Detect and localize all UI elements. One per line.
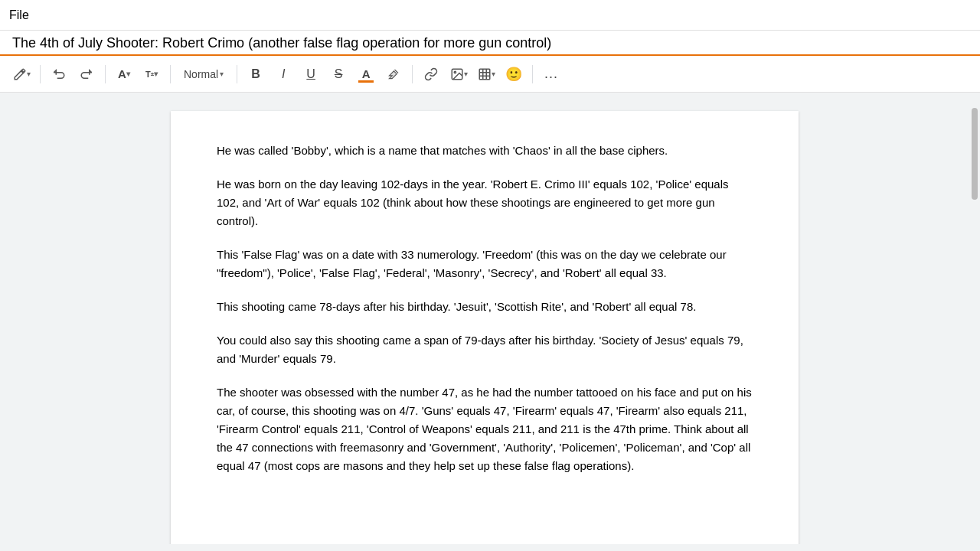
doc-title-bar: The 4th of July Shooter: Robert Crimo (a… [0, 31, 980, 56]
doc-paragraph: You could also say this shooting came a … [217, 331, 753, 368]
svg-rect-3 [479, 69, 490, 80]
main-area: He was called 'Bobby', which is a name t… [0, 93, 980, 544]
link-button[interactable] [419, 62, 443, 86]
svg-point-2 [454, 71, 456, 73]
doc-paragraph: The shooter was obsessed with the number… [217, 383, 753, 475]
scrollbar-track[interactable] [969, 93, 980, 544]
doc-paragraph: This 'False Flag' was on a date with 33 … [217, 246, 753, 282]
divider-5 [412, 65, 413, 83]
font-size-icon: T [145, 70, 151, 79]
style-label: Normal [184, 68, 218, 80]
divider-6 [532, 65, 533, 83]
doc-paragraph: He was born on the day leaving 102-days … [217, 175, 753, 230]
doc-page: He was called 'Bobby', which is a name t… [171, 111, 799, 544]
font-size-chevron: ▾ [154, 70, 158, 78]
image-chevron: ▾ [464, 70, 468, 78]
strikethrough-icon: S [335, 67, 343, 81]
italic-icon: I [282, 67, 285, 81]
redo-button[interactable] [74, 62, 99, 86]
toolbar: ▾ A ▾ T ± ▾ Normal ▾ B I [0, 56, 980, 93]
doc-title[interactable]: The 4th of July Shooter: Robert Crimo (a… [12, 35, 968, 54]
bold-button[interactable]: B [243, 62, 268, 86]
font-format-button[interactable]: A ▾ [112, 62, 136, 86]
pencil-button[interactable]: ▾ [9, 62, 34, 86]
bold-icon: B [251, 67, 260, 81]
doc-paragraph: This shooting came 78-days after his bir… [217, 298, 753, 316]
doc-scroll-area[interactable]: He was called 'Bobby', which is a name t… [0, 93, 969, 544]
font-format-icon: A [118, 67, 126, 80]
italic-button[interactable]: I [271, 62, 296, 86]
font-color-bar [358, 80, 374, 83]
font-size-button[interactable]: T ± ▾ [139, 62, 164, 86]
scrollbar-thumb[interactable] [972, 108, 978, 200]
emoji-button[interactable]: 🙂 [501, 62, 526, 86]
font-format-chevron: ▾ [126, 70, 130, 78]
doc-paragraph: He was called 'Bobby', which is a name t… [217, 142, 753, 160]
divider-4 [237, 65, 237, 83]
pencil-chevron: ▾ [27, 70, 31, 78]
style-dropdown[interactable]: Normal ▾ [177, 64, 230, 84]
emoji-icon: 🙂 [505, 66, 522, 83]
underline-icon: U [306, 67, 315, 81]
table-button[interactable]: ▾ [474, 62, 498, 86]
table-chevron: ▾ [492, 70, 495, 78]
font-color-button[interactable]: A [354, 62, 378, 86]
style-chevron: ▾ [220, 70, 224, 78]
top-bar-title: File [9, 8, 29, 22]
undo-button[interactable] [47, 62, 71, 86]
font-color-icon: A [362, 68, 371, 80]
divider-1 [40, 65, 41, 83]
more-icon: ... [544, 66, 558, 82]
divider-2 [105, 65, 106, 83]
image-button[interactable]: ▾ [446, 62, 471, 86]
underline-button[interactable]: U [299, 62, 323, 86]
top-bar: File [0, 0, 980, 31]
strikethrough-button[interactable]: S [326, 62, 351, 86]
highlight-button[interactable] [381, 62, 406, 86]
divider-3 [170, 65, 171, 83]
more-button[interactable]: ... [539, 62, 564, 86]
